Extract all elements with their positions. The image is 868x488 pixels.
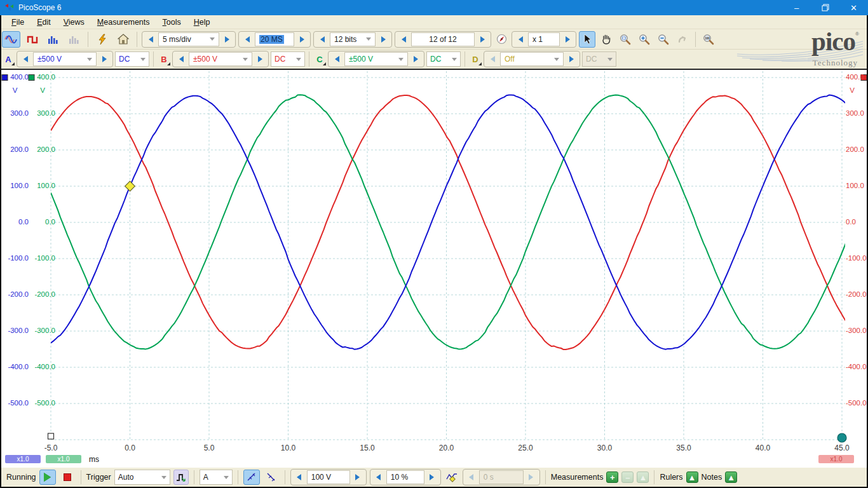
x-axis-start-handle[interactable] [48,433,54,439]
timebase-select[interactable]: 5 ms/div [158,32,219,46]
channel-d-range-decrease-button[interactable] [485,52,500,66]
channel-a-range-increase-button[interactable] [97,52,112,66]
rising-edge-button[interactable] [243,470,260,485]
y-axis-label-channel-b: 200.0 [846,146,867,154]
hand-tool-button[interactable] [598,31,614,48]
menu-help[interactable]: Help [187,17,217,28]
menu-edit[interactable]: Edit [31,17,57,28]
channel-d-range-increase-button[interactable] [564,52,579,66]
scope-display[interactable]: 400.0400.0400.0300.0300.0300.0200.0200.0… [0,70,868,468]
buffer-overview-button[interactable] [494,31,509,48]
chevron-down-icon [87,58,92,61]
buffer-next-button[interactable] [475,32,490,46]
auto-setup-button[interactable] [93,31,111,48]
axis-scale-badge[interactable]: x1.0 [818,455,854,463]
persistence-view-button[interactable] [44,31,62,48]
x-axis-label: 20.0 [431,444,463,452]
zoom-in-tool-button[interactable] [636,31,653,48]
channel-a-range-select[interactable]: ±500 V [33,52,97,66]
channel-b-button[interactable]: B [159,55,169,64]
zoom-decrease-button[interactable] [513,32,528,46]
channel-b-range-decrease-button[interactable] [173,52,189,66]
channel-d-range-select[interactable]: Off [500,52,564,66]
menu-views[interactable]: Views [57,17,91,28]
channel-c-coupling-select[interactable]: DC [426,51,461,67]
resolution-decrease-button[interactable] [315,32,330,46]
channel-d-button[interactable]: D [470,55,480,64]
channel-a-coupling-select[interactable]: DC [115,51,149,67]
channel-c-button[interactable]: C [315,55,325,64]
trigger-mode-value: Auto [118,473,134,482]
timebase-decrease-button[interactable] [143,32,158,46]
xy-view-button[interactable] [65,31,83,48]
channel-b-range-control: ±500 V [172,51,269,67]
windowed-zoom-tool-button[interactable] [617,31,634,48]
y-axis-label-channel-b: 400.0 [846,73,867,81]
axis-scale-badge[interactable]: x1.0 [46,455,81,463]
window-border [0,15,1,488]
y-axis-label-channel-a: -300.0 [1,327,29,335]
app-icon [4,3,15,13]
menu-tools[interactable]: Tools [156,17,187,28]
channel-b-range-select[interactable]: ±500 V [189,52,252,66]
y-axis-label-channel-c: -200.0 [30,290,55,299]
trigger-source-select[interactable]: A [200,470,233,485]
trigger-level-input[interactable]: 100 V [307,470,350,484]
pretrigger-input[interactable]: 10 % [386,470,424,484]
notes-button[interactable]: ▲ [725,471,737,483]
minimize-button[interactable]: – [782,0,811,15]
channel-c-range-increase-button[interactable] [408,52,423,66]
trigger-level-increase-button[interactable] [350,470,365,484]
resolution-increase-button[interactable] [376,32,391,46]
undo-zoom-button [674,31,691,48]
zoom-increase-button[interactable] [560,32,575,46]
close-button[interactable]: ✕ [839,0,868,15]
y-axis-label-channel-c: -400.0 [30,363,55,371]
samples-decrease-button[interactable] [240,32,255,46]
running-status-label: Running [6,473,36,482]
trigger-marker-button[interactable] [173,470,189,485]
channel-a-letter: A [5,55,11,64]
menu-file[interactable]: File [5,17,31,28]
pretrigger-decrease-button[interactable] [371,470,386,484]
channel-a-button[interactable]: A [3,55,13,64]
buffer-previous-button[interactable] [396,32,411,46]
toolbar-separator [137,32,137,47]
home-button[interactable] [114,31,132,48]
falling-edge-button[interactable] [263,470,280,485]
normal-selection-tool-button[interactable] [579,31,595,48]
trigger-marker[interactable] [125,181,135,191]
channel-c-range-decrease-button[interactable] [329,52,344,66]
pretrigger-increase-button[interactable] [424,470,440,484]
trigger-level-decrease-button[interactable] [292,470,307,484]
resolution-select[interactable]: 12 bits [330,32,376,46]
rulers-label: Rulers [660,473,682,482]
channel-a-range-decrease-button[interactable] [18,52,33,66]
timebase-increase-button[interactable] [219,32,234,46]
zoom-full-button[interactable]: 100 [700,31,717,48]
channel-c-range-select[interactable]: ±500 V [344,52,408,66]
channel-b-coupling-select[interactable]: DC [271,51,305,67]
samples-input[interactable]: 20 MS [255,32,294,46]
scope-view-button[interactable] [2,31,20,48]
axis-scale-badge[interactable]: x1.0 [5,455,41,463]
menu-measurements[interactable]: Measurements [91,17,156,28]
x-axis-label: 45.0 [826,444,858,452]
add-measurement-button[interactable]: + [606,471,618,483]
trigger-delay-increase-button [524,470,539,484]
buffer-navigator: 12 of 12 [395,31,491,48]
restore-button[interactable] [811,0,839,15]
toolbar-separator [153,51,154,67]
start-capture-button[interactable] [39,470,56,485]
rulers-button[interactable]: ▲ [686,471,698,483]
x-axis-end-handle[interactable] [837,433,846,442]
y-axis-label-channel-b: -400.0 [846,363,867,371]
samples-increase-button[interactable] [294,32,309,46]
trigger-time-button[interactable] [444,470,459,485]
zoom-out-tool-button[interactable] [655,31,672,48]
trigger-delay-input: 0 s [479,470,524,484]
spectrum-view-button[interactable] [23,31,41,48]
stop-capture-button[interactable] [59,470,76,485]
trigger-mode-select[interactable]: Auto [114,470,170,485]
channel-b-range-increase-button[interactable] [252,52,268,66]
